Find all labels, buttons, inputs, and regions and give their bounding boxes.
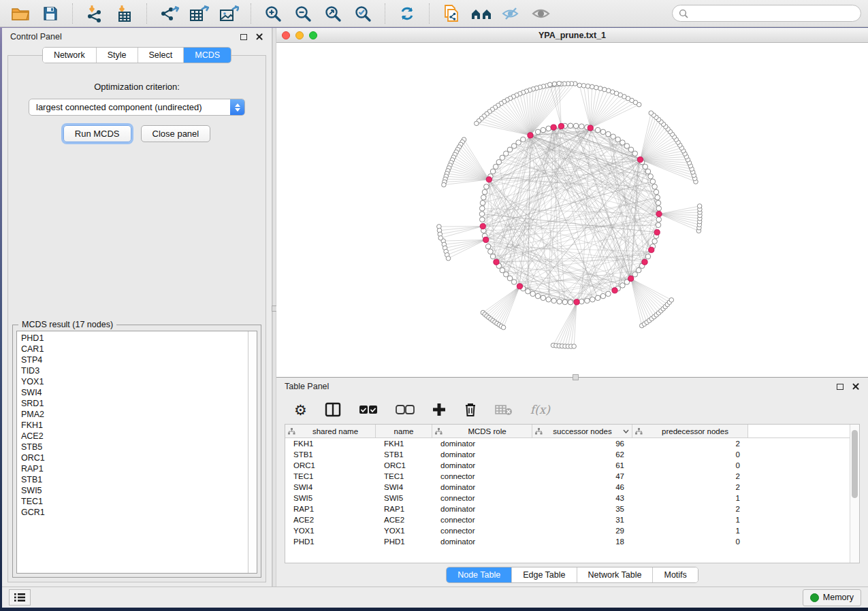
zoom-selected-button[interactable] — [349, 2, 376, 25]
mcds-result-item[interactable]: ORC1 — [21, 452, 248, 463]
column-header-successor-nodes[interactable]: successor nodes — [532, 425, 632, 437]
table-scrollbar-thumb[interactable] — [852, 430, 858, 498]
mcds-result-item[interactable]: TEC1 — [21, 496, 248, 507]
settings-gear-icon[interactable]: ⚙ — [294, 403, 307, 417]
tab-mcds[interactable]: MCDS — [184, 48, 231, 63]
zoom-in-button[interactable] — [259, 2, 287, 25]
network-window-titlebar[interactable]: YPA_prune.txt_1 — [276, 28, 868, 43]
run-mcds-button[interactable]: Run MCDS — [63, 125, 131, 142]
first-neighbors-button[interactable] — [468, 2, 495, 25]
new-network-from-selection-button[interactable] — [438, 2, 465, 25]
column-header-shared-name[interactable]: shared name — [285, 425, 376, 437]
tab-network-table[interactable]: Network Table — [577, 567, 654, 582]
table-row[interactable]: SWI4SWI4dominator462 — [285, 482, 850, 493]
zoom-fit-button[interactable] — [319, 2, 347, 25]
table-row[interactable]: FKH1FKH1dominator962 — [285, 438, 850, 449]
close-panel-button[interactable]: Close panel — [141, 125, 211, 142]
mcds-node[interactable] — [649, 247, 654, 252]
deselect-all-icon[interactable] — [396, 405, 415, 414]
show-all-button[interactable] — [528, 2, 555, 25]
tab-select[interactable]: Select — [138, 48, 184, 63]
export-network-button[interactable] — [155, 2, 182, 25]
save-session-button[interactable] — [37, 2, 64, 25]
column-view-icon[interactable] — [325, 402, 341, 417]
tab-motifs[interactable]: Motifs — [653, 567, 697, 582]
mcds-node[interactable] — [588, 125, 593, 131]
mcds-node[interactable] — [551, 125, 556, 130]
import-table-button[interactable] — [111, 2, 138, 25]
mcds-node[interactable] — [483, 237, 489, 242]
export-image-button[interactable] — [215, 2, 242, 25]
zoom-out-button[interactable] — [289, 2, 317, 25]
table-row[interactable]: RAP1RAP1dominator352 — [285, 503, 850, 514]
tab-style[interactable]: Style — [97, 48, 138, 63]
column-header-MCDS-role[interactable]: MCDS role — [432, 425, 532, 437]
tab-network[interactable]: Network — [43, 48, 97, 63]
mcds-result-item[interactable]: PMA2 — [21, 409, 248, 420]
memory-button[interactable]: Memory — [803, 589, 861, 606]
mcds-node[interactable] — [558, 123, 564, 129]
mcds-result-item[interactable]: YOX1 — [21, 376, 248, 387]
network-canvas[interactable] — [276, 43, 868, 377]
mcds-result-item[interactable]: STP4 — [21, 354, 248, 365]
search-input[interactable] — [692, 9, 854, 18]
mcds-node[interactable] — [494, 259, 499, 265]
open-file-button[interactable] — [7, 2, 34, 25]
float-table-panel-icon[interactable] — [837, 384, 843, 390]
network-graph[interactable] — [276, 43, 868, 377]
tab-node-table[interactable]: Node Table — [447, 567, 512, 582]
mcds-node[interactable] — [628, 276, 634, 281]
table-scrollbar[interactable] — [850, 425, 859, 563]
mcds-node[interactable] — [574, 299, 579, 305]
mcds-node[interactable] — [480, 223, 485, 229]
float-panel-icon[interactable] — [240, 34, 247, 40]
table-row[interactable]: SWI5SWI5connector431 — [285, 493, 850, 503]
import-network-button[interactable] — [81, 2, 108, 25]
close-panel-icon[interactable] — [255, 33, 263, 41]
mcds-result-item[interactable]: RAP1 — [21, 463, 248, 474]
column-header-name[interactable]: name — [376, 425, 432, 437]
mcds-node[interactable] — [656, 211, 662, 216]
mcds-result-item[interactable]: GCR1 — [21, 507, 248, 518]
table-row[interactable]: ORC1ORC1dominator610 — [285, 460, 850, 471]
table-row[interactable]: TEC1TEC1connector472 — [285, 471, 850, 482]
mcds-node[interactable] — [612, 288, 617, 293]
search-box[interactable] — [672, 5, 861, 22]
mcds-result-item[interactable]: STB1 — [21, 474, 248, 485]
table-row[interactable]: YOX1YOX1connector291 — [285, 525, 850, 536]
panel-list-button[interactable] — [9, 589, 31, 606]
column-header-predecessor-nodes[interactable]: predecessor nodes — [632, 425, 748, 437]
add-column-icon[interactable] — [432, 403, 446, 416]
table-row[interactable]: STB1STB1dominator620 — [285, 449, 850, 460]
select-all-icon[interactable] — [359, 405, 378, 414]
close-table-panel-icon[interactable] — [852, 382, 860, 391]
export-table-button[interactable] — [185, 2, 212, 25]
mcds-node[interactable] — [517, 284, 522, 289]
control-panel-title: Control Panel — [10, 32, 62, 42]
mcds-result-item[interactable]: SWI4 — [21, 387, 248, 398]
mcds-result-item[interactable]: FKH1 — [21, 420, 248, 431]
table-row[interactable]: PHD1PHD1dominator180 — [285, 536, 850, 547]
mcds-result-item[interactable]: STB5 — [21, 442, 248, 452]
mcds-node[interactable] — [654, 229, 660, 235]
tab-edge-table[interactable]: Edge Table — [512, 567, 577, 582]
import-network-icon — [85, 5, 104, 22]
table-row[interactable]: ACE2ACE2connector311 — [285, 514, 850, 525]
mcds-result-item[interactable]: SWI5 — [21, 485, 248, 496]
mcds-result-item[interactable]: PHD1 — [21, 333, 248, 344]
mcds-node[interactable] — [486, 177, 492, 182]
refresh-button[interactable] — [393, 2, 421, 25]
mcds-list-scrollbar[interactable] — [248, 331, 257, 573]
horizontal-splitter-grip[interactable] — [573, 374, 579, 380]
mcds-node[interactable] — [637, 157, 643, 163]
optimization-criterion-dropdown[interactable]: largest connected component (undirected) — [29, 99, 245, 116]
mcds-node[interactable] — [642, 259, 647, 265]
delete-column-icon[interactable] — [464, 402, 477, 417]
mcds-result-item[interactable]: SRD1 — [21, 398, 248, 409]
mcds-result-item[interactable]: ACE2 — [21, 431, 248, 442]
mcds-result-item[interactable]: CAR1 — [21, 344, 248, 354]
mcds-node[interactable] — [528, 133, 533, 138]
mcds-result-item[interactable]: TID3 — [21, 365, 248, 376]
hide-selected-button[interactable] — [498, 2, 525, 25]
cell-name: RAP1 — [376, 503, 432, 514]
